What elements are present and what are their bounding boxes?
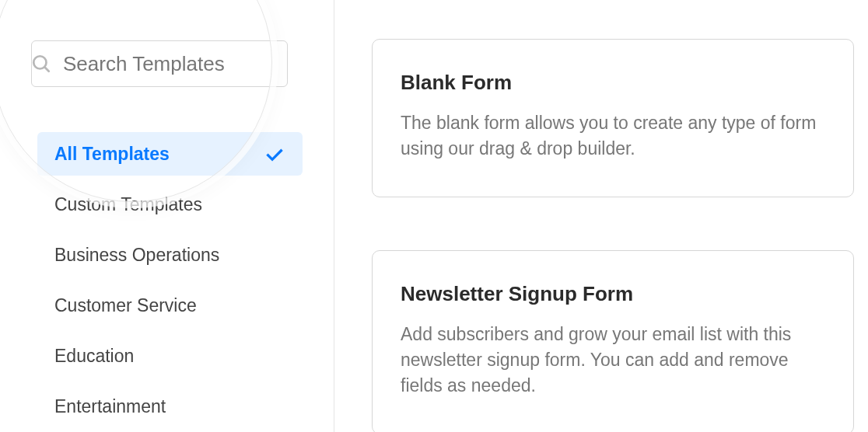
- category-label: Business Operations: [54, 245, 219, 266]
- category-label: Custom Templates: [54, 194, 202, 215]
- search-icon: [31, 54, 51, 74]
- svg-line-1: [45, 68, 49, 71]
- category-label: Customer Service: [54, 295, 197, 316]
- template-description: The blank form allows you to create any …: [401, 110, 825, 162]
- search-input[interactable]: [31, 40, 288, 87]
- category-label: All Templates: [54, 144, 170, 165]
- category-label: Entertainment: [54, 396, 166, 417]
- category-customer-service[interactable]: Customer Service: [37, 284, 303, 327]
- template-title: Blank Form: [401, 71, 825, 95]
- sidebar: All Templates Custom Templates Business …: [0, 0, 334, 432]
- category-entertainment[interactable]: Entertainment: [37, 385, 303, 428]
- category-education[interactable]: Education: [37, 335, 303, 378]
- category-list: All Templates Custom Templates Business …: [31, 132, 303, 428]
- template-card-newsletter-signup[interactable]: Newsletter Signup Form Add subscribers a…: [372, 250, 854, 432]
- category-label: Education: [54, 346, 134, 367]
- category-all-templates[interactable]: All Templates: [37, 132, 303, 176]
- template-title: Newsletter Signup Form: [401, 282, 825, 306]
- category-business-operations[interactable]: Business Operations: [37, 234, 303, 277]
- check-icon: [264, 143, 285, 165]
- template-card-blank-form[interactable]: Blank Form The blank form allows you to …: [372, 39, 854, 197]
- template-description: Add subscribers and grow your email list…: [401, 322, 825, 399]
- category-custom-templates[interactable]: Custom Templates: [37, 183, 303, 226]
- template-list: Blank Form The blank form allows you to …: [334, 0, 868, 432]
- search-wrap: [31, 40, 303, 87]
